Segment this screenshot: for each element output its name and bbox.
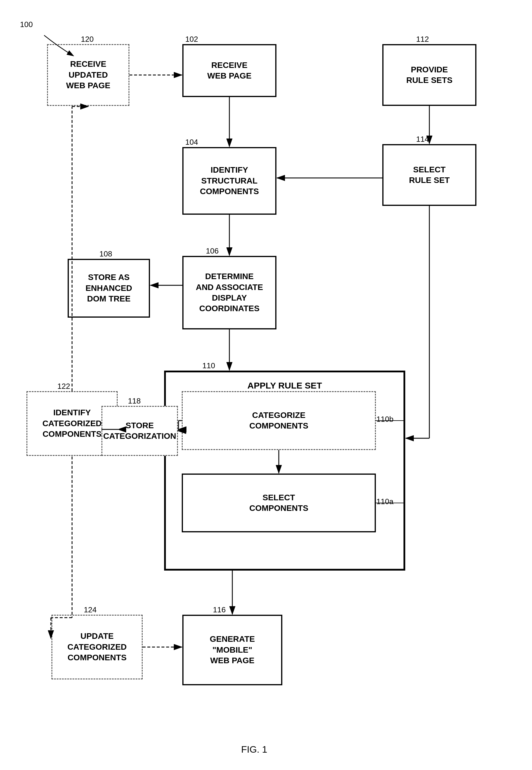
ref-106: 106 [206,246,219,256]
ref-118: 118 [128,396,141,406]
receive-updated-web-page-box: RECEIVEUPDATEDWEB PAGE [47,44,129,106]
ref-102: 102 [185,35,198,44]
generate-mobile-web-page-box: GENERATE"MOBILE"WEB PAGE [182,615,282,685]
ref-100: 100 [20,20,33,29]
ref-110b: 110b [376,415,393,424]
figure-label: FIG. 1 [241,744,267,755]
ref-108: 108 [99,249,112,259]
store-enhanced-dom-tree-box: STORE ASENHANCEDDOM TREE [68,259,150,318]
ref-112: 112 [416,35,429,44]
provide-rule-sets-box: PROVIDERULE SETS [382,44,476,106]
update-categorized-components-box: UPDATECATEGORIZEDCOMPONENTS [51,615,143,679]
select-rule-set-box: SELECTRULE SET [382,144,476,206]
ref-104: 104 [185,138,198,147]
select-components-box: SELECTCOMPONENTS [182,474,376,532]
ref-120: 120 [81,35,94,44]
ref-116: 116 [213,605,226,614]
ref-122: 122 [57,382,70,391]
receive-web-page-box: RECEIVEWEB PAGE [182,44,276,97]
ref-124: 124 [84,605,96,614]
identify-structural-components-box: IDENTIFYSTRUCTURALCOMPONENTS [182,147,276,215]
ref-114: 114 [416,135,429,144]
determine-display-coordinates-box: DETERMINEAND ASSOCIATEDISPLAYCOORDINATES [182,256,276,329]
ref-110: 110 [202,361,215,370]
categorize-components-box: CATEGORIZECOMPONENTS [182,391,376,450]
diagram: 100 RECEIVEWEB PAGE 102 PROVIDERULE SETS… [0,0,532,770]
store-categorization-box: STORECATEGORIZATION [101,406,178,456]
ref-110a: 110a [376,497,393,506]
